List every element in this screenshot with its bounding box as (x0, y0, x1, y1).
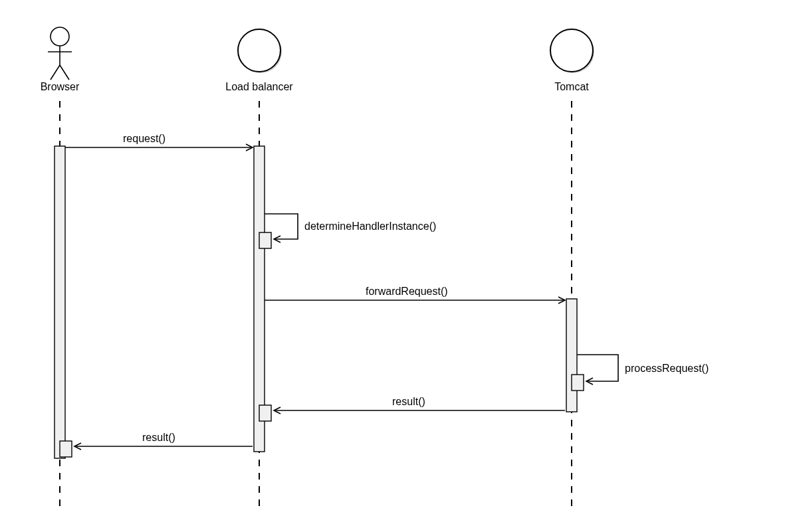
label-lb: Load balancer (219, 81, 299, 93)
nested-lb-result (259, 405, 271, 421)
svg-point-8 (550, 29, 593, 72)
svg-point-0 (51, 27, 69, 46)
activation-tomcat (566, 299, 577, 412)
label-tomcat: Tomcat (545, 81, 598, 93)
actor-browser-head (48, 27, 72, 80)
participant-tomcat-head (550, 29, 594, 73)
label-m2: determineHandlerInstance() (304, 221, 436, 232)
label-m3: forwardRequest() (366, 286, 448, 298)
svg-line-4 (60, 65, 69, 80)
participant-lb-head (238, 29, 282, 73)
label-m4: processRequest() (625, 363, 709, 375)
sequence-diagram: Browser Load balancer Tomcat request() d… (0, 0, 785, 532)
diagram-svg (0, 0, 785, 532)
svg-line-3 (51, 65, 60, 80)
label-m5: result() (392, 396, 425, 408)
nested-tomcat-process (572, 375, 584, 391)
label-m6: result() (142, 432, 175, 444)
nested-lb-dhi (259, 232, 271, 248)
nested-browser-result (60, 441, 72, 457)
activation-browser (55, 146, 65, 458)
label-m1: request() (123, 133, 166, 145)
svg-point-6 (238, 29, 280, 72)
label-browser: Browser (33, 81, 86, 93)
